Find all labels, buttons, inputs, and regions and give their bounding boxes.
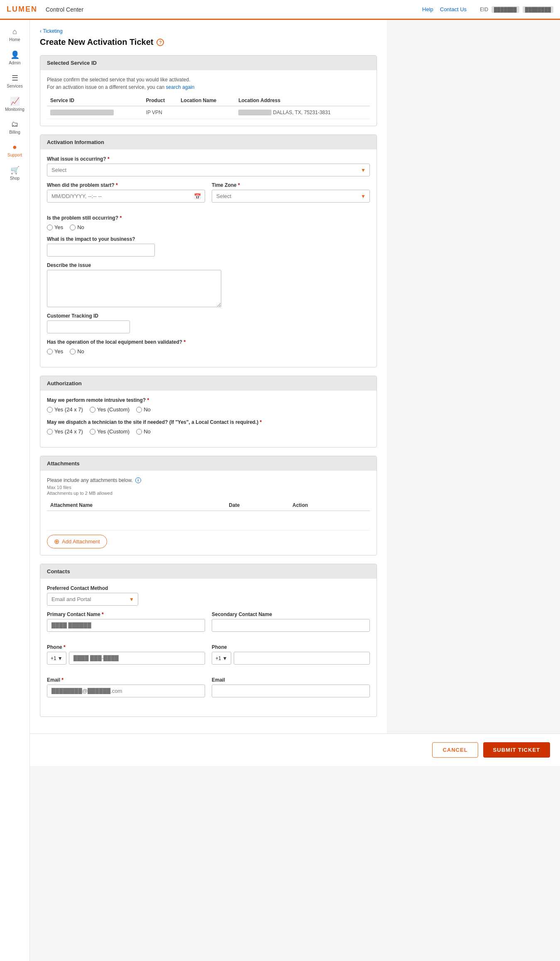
intrusive-radio-group: Yes (24 x 7) Yes (Custom) No [47, 406, 370, 413]
services-icon: ☰ [12, 73, 18, 83]
still-occurring-no-radio[interactable] [70, 225, 76, 230]
col-service-id: Service ID [47, 95, 143, 106]
sidebar-item-services[interactable]: ☰ Services [0, 69, 29, 93]
help-link[interactable]: Help [422, 6, 433, 12]
submit-ticket-button[interactable]: SUBMIT TICKET [483, 742, 550, 758]
sidebar-label-support: Support [7, 153, 22, 157]
equipment-yes[interactable]: Yes [47, 348, 63, 355]
intrusive-custom-radio[interactable] [90, 407, 95, 413]
main-content: Ticketing Create New Activation Ticket ?… [30, 20, 387, 734]
equipment-label: Has the operation of the local equipment… [47, 339, 370, 345]
sidebar-item-support[interactable]: ● Support [0, 139, 29, 161]
primary-phone-wrapper: +1 ▼ [47, 652, 205, 665]
activation-info-header: Activation Information [40, 135, 377, 149]
sidebar-label-billing: Billing [9, 130, 20, 134]
secondary-email-label: Email [212, 677, 370, 683]
dispatch-no-radio[interactable] [136, 429, 142, 435]
intrusive-24x7[interactable]: Yes (24 x 7) [47, 406, 83, 413]
attach-col-action: Action [289, 500, 370, 511]
still-occurring-label: Is the problem still occurring? * [47, 215, 370, 221]
activation-info-section: Activation Information What issue is occ… [40, 134, 377, 367]
dispatch-custom[interactable]: Yes (Custom) [90, 428, 130, 435]
secondary-name-group: Secondary Contact Name [212, 611, 370, 632]
service-info-text2: For an activation issue on a different s… [47, 84, 370, 90]
cell-location-address: DALLAS, TX, 75231-3831 [235, 106, 370, 119]
logo: LUMEN [7, 5, 37, 14]
eid-label: EID [480, 7, 488, 12]
breadcrumb[interactable]: Ticketing [40, 28, 377, 34]
intrusive-24x7-radio[interactable] [47, 407, 53, 413]
still-occurring-group: Is the problem still occurring? * Yes No [47, 215, 370, 230]
secondary-name-input[interactable] [212, 619, 370, 632]
nav-links: Help Contact Us EID ███████ ████████ [422, 6, 553, 13]
sidebar-label-monitoring: Monitoring [5, 107, 24, 112]
sidebar-item-home[interactable]: ⌂ Home [0, 23, 29, 46]
tracking-id-input[interactable] [47, 320, 130, 333]
secondary-phone-country-chevron: ▼ [223, 655, 227, 661]
contacts-section: Contacts Preferred Contact Method Email … [40, 564, 377, 717]
primary-phone-country[interactable]: +1 ▼ [47, 652, 66, 665]
account-value[interactable]: ████████ [523, 6, 553, 13]
attach-empty-row [47, 511, 370, 531]
equipment-yes-radio[interactable] [47, 349, 53, 355]
contacts-header: Contacts [40, 564, 377, 579]
sidebar-item-billing[interactable]: 🗂 Billing [0, 116, 29, 139]
secondary-email-input[interactable] [212, 685, 370, 697]
sidebar-item-monitoring[interactable]: 📈 Monitoring [0, 93, 29, 116]
sidebar-item-admin[interactable]: 👤 Admin [0, 46, 29, 69]
still-occurring-radio-group: Yes No [47, 224, 370, 230]
primary-phone-group: Phone * +1 ▼ [47, 644, 205, 665]
secondary-phone-input[interactable] [234, 652, 370, 665]
intrusive-no-radio[interactable] [136, 407, 142, 413]
primary-name-input[interactable] [47, 619, 205, 632]
dispatch-24x7[interactable]: Yes (24 x 7) [47, 428, 83, 435]
equipment-no-radio[interactable] [70, 349, 76, 355]
date-wrapper: 📅 [47, 190, 205, 203]
page-title: Create New Activation Ticket [40, 37, 153, 47]
primary-email-input[interactable] [47, 685, 205, 697]
primary-name-group: Primary Contact Name * [47, 611, 205, 632]
still-occurring-yes-radio[interactable] [47, 225, 53, 230]
tracking-id-group: Customer Tracking ID [47, 313, 370, 333]
search-again-link[interactable]: search again [166, 84, 195, 90]
dispatch-no[interactable]: No [136, 428, 151, 435]
equipment-no[interactable]: No [70, 348, 84, 355]
primary-phone-label: Phone * [47, 644, 205, 650]
date-input[interactable] [47, 190, 205, 203]
secondary-phone-country[interactable]: +1 ▼ [212, 652, 231, 665]
cancel-button[interactable]: CANCEL [432, 742, 478, 758]
support-icon: ● [12, 143, 17, 152]
describe-label: Describe the issue [47, 262, 370, 268]
contact-us-link[interactable]: Contact Us [440, 6, 467, 12]
contact-method-select[interactable]: Email and Portal Phone Email [47, 593, 138, 606]
add-attachment-button[interactable]: ⊕ Add Attachment [47, 535, 107, 548]
authorization-section: Authorization May we perform remote intr… [40, 376, 377, 447]
impact-label: What is the impact to your business? [47, 236, 370, 242]
primary-phone-input[interactable] [69, 652, 205, 665]
intrusive-no[interactable]: No [136, 406, 151, 413]
issue-select[interactable]: Select Service not working Partial outag… [47, 164, 370, 176]
sidebar-item-shop[interactable]: 🛒 Shop [0, 161, 29, 185]
attachments-body: Please include any attachments below. i … [40, 471, 377, 555]
selected-service-section: Selected Service ID Please confirm the s… [40, 55, 377, 126]
impact-group: What is the impact to your business? [47, 236, 370, 257]
still-occurring-yes[interactable]: Yes [47, 224, 63, 230]
describe-textarea[interactable] [47, 270, 221, 307]
contact-method-label: Preferred Contact Method [47, 585, 370, 591]
help-icon[interactable]: ? [157, 39, 164, 46]
selected-service-body: Please confirm the selected service that… [40, 70, 377, 126]
form-footer: CANCEL SUBMIT TICKET [30, 734, 560, 766]
date-label: When did the problem start? * [47, 182, 205, 188]
intrusive-custom[interactable]: Yes (Custom) [90, 406, 130, 413]
dispatch-24x7-radio[interactable] [47, 429, 53, 435]
cell-product: IP VPN [143, 106, 178, 119]
still-occurring-no[interactable]: No [70, 224, 84, 230]
service-table: Service ID Product Location Name Locatio… [47, 95, 370, 119]
impact-input[interactable] [47, 244, 155, 257]
dispatch-custom-radio[interactable] [90, 429, 95, 435]
table-row: ██████████████████ IP VPN DALLAS, TX, 75… [47, 106, 370, 119]
eid-value[interactable]: ███████ [492, 6, 519, 13]
describe-group: Describe the issue [47, 262, 370, 307]
timezone-select[interactable]: Select Eastern Central Mountain Pacific [212, 190, 370, 203]
add-attachment-label: Add Attachment [62, 538, 100, 545]
